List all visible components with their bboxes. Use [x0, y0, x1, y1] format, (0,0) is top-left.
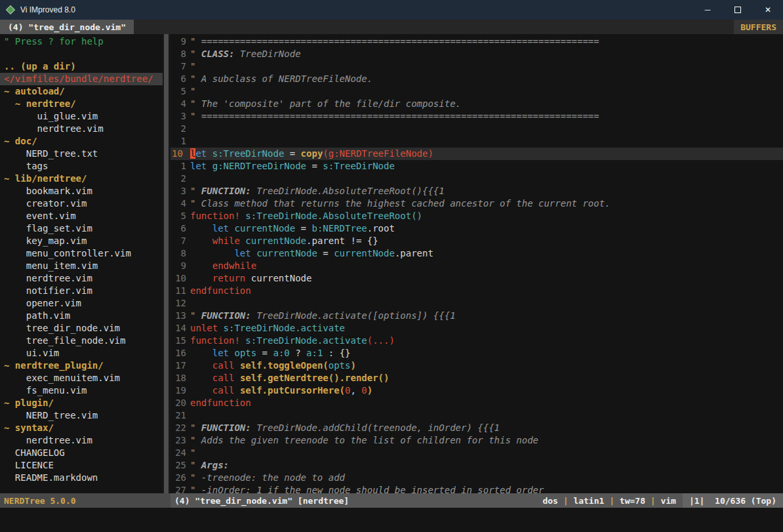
code-line[interactable]: 6 let currentNode = b:NERDTree.root [171, 222, 783, 235]
status-separator: | [645, 496, 660, 506]
tree-item[interactable]: tree_file_node.vim [0, 335, 163, 347]
code-text: " CLASS: TreeDirNode [190, 48, 783, 60]
code-line[interactable]: 3" =====================================… [171, 110, 783, 123]
line-number: 27 [171, 484, 186, 493]
code-line[interactable]: 9 endwhile [171, 260, 783, 272]
tree-item[interactable]: ~ doc/ [0, 135, 163, 148]
line-number: 2 [171, 123, 186, 135]
tree-item[interactable]: menu_controller.vim [0, 247, 163, 260]
tree-item[interactable]: creator.vim [0, 197, 163, 210]
code-line[interactable]: 11endfunction [171, 285, 783, 297]
code-line[interactable]: 10 return currentNode [171, 272, 783, 285]
tree-item[interactable]: key_map.vim [0, 235, 163, 247]
code-line[interactable]: 18 call self.getNerdtree().render() [171, 372, 783, 384]
code-text: let currentNode = currentNode.parent [190, 247, 783, 260]
status-flag: latin1 [573, 496, 604, 506]
title-bar[interactable]: Vi IMproved 8.0 ─ ✕ [0, 0, 783, 20]
code-text: " Args: [190, 459, 783, 472]
code-line[interactable]: 4" Class method that returns the highest… [171, 197, 783, 210]
status-line: NERDTree 5.0.0 (4) "tree_dir_node.vim" [… [0, 493, 783, 508]
tree-item[interactable]: nerdtree.vim [0, 272, 163, 285]
tab-tree-dir-node[interactable]: (4) "tree_dir_node.vim" [0, 20, 134, 34]
code-line[interactable]: 1 [171, 135, 783, 148]
tree-item[interactable]: ui_glue.vim [0, 110, 163, 123]
minimize-icon: ─ [705, 5, 711, 14]
editor-panel[interactable]: 9" =====================================… [171, 34, 783, 493]
tree-item[interactable]: opener.vim [0, 297, 163, 310]
code-line[interactable]: 26" -treenode: the node to add [171, 472, 783, 484]
tree-item[interactable]: menu_item.vim [0, 260, 163, 272]
code-text: endwhile [190, 260, 783, 272]
code-line[interactable]: 8" CLASS: TreeDirNode [171, 48, 783, 60]
code-line[interactable]: 14unlet s:TreeDirNode.activate [171, 322, 783, 335]
code-text [190, 297, 783, 310]
code-line[interactable]: 2 [171, 123, 783, 135]
tree-item[interactable]: README.markdown [0, 472, 163, 484]
code-line[interactable]: 9" =====================================… [171, 35, 783, 48]
tree-item[interactable]: tags [0, 160, 163, 173]
tree-item[interactable]: notifier.vim [0, 285, 163, 297]
line-number: 11 [171, 285, 186, 297]
tree-item[interactable]: nerdtree.vim [0, 434, 163, 447]
tree-item[interactable]: flag_set.vim [0, 222, 163, 235]
code-line[interactable]: 8 let currentNode = currentNode.parent [171, 247, 783, 260]
code-line[interactable]: 5function! s:TreeDirNode.AbsoluteTreeRoo… [171, 210, 783, 222]
code-line[interactable]: 19 call self.putCursorHere(0, 0) [171, 384, 783, 397]
code-line[interactable]: 3" FUNCTION: TreeDirNode.AbsoluteTreeRoo… [171, 185, 783, 197]
tree-item[interactable]: NERD_tree.txt [0, 148, 163, 160]
tree-item[interactable]: ~ plugin/ [0, 397, 163, 409]
tree-item[interactable]: exec_menuitem.vim [0, 372, 163, 384]
code-line[interactable]: 6" A subclass of NERDTreeFileNode. [171, 73, 783, 85]
code-line[interactable]: 16 let opts = a:0 ? a:1 : {} [171, 347, 783, 359]
tree-item[interactable]: event.vim [0, 210, 163, 222]
tree-item[interactable]: LICENCE [0, 459, 163, 472]
tree-item[interactable]: NERD_tree.vim [0, 409, 163, 422]
code-line[interactable]: 2 [171, 173, 783, 185]
code-line[interactable]: 7" [171, 60, 783, 73]
code-line[interactable]: 21 [171, 409, 783, 422]
tree-item[interactable]: ~ autoload/ [0, 85, 163, 98]
scrollbar-thumb[interactable] [164, 34, 169, 493]
tree-item[interactable]: ~ nerdtree_plugin/ [0, 359, 163, 372]
tree-item[interactable]: path.vim [0, 310, 163, 322]
code-line[interactable]: 17 call self.toggleOpen(opts) [171, 359, 783, 372]
tree-item[interactable]: CHANGELOG [0, 447, 163, 459]
code-line[interactable]: 25" Args: [171, 459, 783, 472]
code-line[interactable]: 23" Adds the given treenode to the list … [171, 434, 783, 447]
tree-item[interactable]: bookmark.vim [0, 185, 163, 197]
line-number: 4 [171, 197, 186, 210]
tree-item[interactable]: " Press ? for help [0, 35, 163, 48]
line-number: 16 [171, 347, 186, 359]
code-line[interactable]: 4" The 'composite' part of the file/dir … [171, 98, 783, 110]
tree-item[interactable]: ~ lib/nerdtree/ [0, 173, 163, 185]
code-line[interactable]: 20endfunction [171, 397, 783, 409]
code-line[interactable]: 13" FUNCTION: TreeDirNode.activate([opti… [171, 310, 783, 322]
code-line[interactable]: 22" FUNCTION: TreeDirNode.addChild(treen… [171, 422, 783, 434]
tree-item[interactable]: ~ syntax/ [0, 422, 163, 434]
minimize-button[interactable]: ─ [693, 0, 723, 20]
close-icon: ✕ [765, 5, 771, 14]
tree-item[interactable]: fs_menu.vim [0, 384, 163, 397]
code-line[interactable]: 1let g:NERDTreeDirNode = s:TreeDirNode [171, 160, 783, 173]
status-flag: dos [542, 496, 557, 506]
code-line[interactable]: 7 while currentNode.parent != {} [171, 235, 783, 247]
code-text: " FUNCTION: TreeDirNode.AbsoluteTreeRoot… [190, 185, 783, 197]
code-line[interactable]: 24" [171, 447, 783, 459]
code-line[interactable]: 12 [171, 297, 783, 310]
maximize-button[interactable] [723, 0, 753, 20]
tree-item[interactable]: ~ nerdtree/ [0, 98, 163, 110]
tree-item[interactable]: tree_dir_node.vim [0, 322, 163, 335]
tree-item[interactable]: nerdtree.vim [0, 123, 163, 135]
line-number: 15 [171, 335, 186, 347]
close-button[interactable]: ✕ [753, 0, 783, 20]
line-number: 17 [171, 359, 186, 372]
tree-item[interactable]: .. (up a dir) [0, 60, 163, 73]
code-line[interactable]: 27" -inOrder: 1 if the new node should b… [171, 484, 783, 493]
tree-item[interactable]: ui.vim [0, 347, 163, 359]
tree-root-item[interactable]: </vimfiles/bundle/nerdtree/ [0, 73, 163, 85]
code-line-current[interactable]: 10let s:TreeDirNode = copy(g:NERDTreeFil… [171, 148, 783, 160]
position-gap [704, 496, 715, 506]
code-line[interactable]: 5" [171, 85, 783, 98]
command-line[interactable] [0, 508, 783, 532]
code-line[interactable]: 15function! s:TreeDirNode.activate(...) [171, 335, 783, 347]
